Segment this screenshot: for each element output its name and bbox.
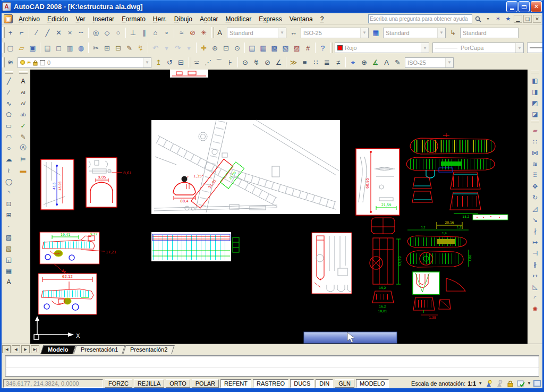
chevron-down-icon[interactable]: ▼ xyxy=(421,43,429,53)
plot-icon[interactable]: ▤ xyxy=(42,42,53,54)
break-at-point-icon[interactable]: ⊣ xyxy=(530,248,541,259)
fuselage-side-view-b[interactable]: 62,12 xyxy=(38,274,97,314)
table-style-icon[interactable]: ▦ xyxy=(370,27,381,38)
open-icon[interactable]: ▱ xyxy=(16,42,27,54)
single-line-text-icon[interactable]: AI xyxy=(18,87,29,98)
rotate-icon[interactable]: ↻ xyxy=(530,192,541,203)
dimension-text-edit-icon[interactable]: A xyxy=(381,57,392,68)
fuselage-side-view-a[interactable]: 19,41 9,12 17,21 14,88 xyxy=(40,232,116,278)
undo-icon[interactable]: ↶ xyxy=(150,42,161,54)
ordinate-dimension-icon[interactable]: ⊦ xyxy=(225,57,236,68)
dimension-update-icon[interactable]: ✎ xyxy=(392,57,403,68)
block-editor-icon[interactable]: ↯ xyxy=(135,42,146,54)
convert-text-scale-icon[interactable]: ▬ xyxy=(18,165,29,176)
multiline-text-icon[interactable]: A xyxy=(18,75,29,87)
restore-button[interactable] xyxy=(518,1,530,12)
chevron-down-icon[interactable]: ▼ xyxy=(437,28,445,38)
undo-list-arrow-icon[interactable]: ▾ xyxy=(161,42,172,54)
rectangle-icon[interactable]: ▭ xyxy=(3,120,14,131)
menu-insertar[interactable]: Insertar xyxy=(89,14,118,24)
toggle-orto[interactable]: ORTO xyxy=(166,379,190,388)
ellipse-icon[interactable]: ◯ xyxy=(3,176,14,187)
detail-panel-1[interactable]: 41,6 45,03 xyxy=(41,159,74,210)
toggle-ducs[interactable]: DUCS xyxy=(290,379,314,388)
line-icon[interactable]: ╱ xyxy=(3,75,14,87)
copy-clip-icon[interactable]: ⊞ xyxy=(101,42,113,54)
toggle-modelo[interactable]: MODELO xyxy=(356,379,389,388)
paste-icon[interactable]: ⊟ xyxy=(113,42,124,54)
baseline-dimension-icon[interactable]: ≡ xyxy=(299,57,310,68)
help-icon[interactable]: ? xyxy=(317,42,328,54)
annotation-scale-value[interactable]: 1:1 xyxy=(468,380,476,387)
designcenter-icon[interactable]: ▦ xyxy=(258,42,269,54)
construction-line-icon[interactable]: ∕ xyxy=(3,87,14,98)
spline-icon[interactable]: ≀ xyxy=(3,165,14,176)
dim-style-icon[interactable]: ↔ xyxy=(288,27,299,38)
radius-dimension-icon[interactable]: ⊙ xyxy=(240,57,251,68)
circle-icon[interactable]: ○ xyxy=(3,142,14,154)
trim-icon[interactable]: ∤ xyxy=(530,225,541,236)
make-object-layer-current-icon[interactable]: ↥ xyxy=(153,57,164,68)
extend-icon[interactable]: ↦ xyxy=(530,236,541,248)
linetype-combo[interactable]: PorCapa ▼ xyxy=(432,42,524,53)
osnap-settings-icon[interactable]: ✳ xyxy=(198,27,209,38)
search-icon[interactable] xyxy=(473,14,482,23)
jogged-dimension-icon[interactable]: ↯ xyxy=(251,57,262,68)
tab-nav-0[interactable]: |◀ xyxy=(2,345,11,353)
minimize-button[interactable] xyxy=(506,1,517,12)
color-combo[interactable]: Rojo ▼ xyxy=(335,42,429,53)
drawing-canvas[interactable]: 88,4 1,35° 51,91 21,09 xyxy=(30,70,528,344)
chevron-down-icon[interactable]: ▼ xyxy=(445,58,453,67)
stretch-icon[interactable]: ↘ xyxy=(530,214,541,225)
point-icon[interactable]: · xyxy=(3,220,14,232)
scale-text-icon[interactable]: Ⓐ xyxy=(18,142,29,154)
highlighted-selection-bar[interactable] xyxy=(304,332,397,343)
revision-cloud-icon[interactable]: ☁ xyxy=(3,154,14,165)
layer-on-bulb-icon[interactable] xyxy=(20,60,25,65)
hatch-icon[interactable]: ▨ xyxy=(3,232,14,243)
title-bar[interactable]: A AutoCAD 2008 - [K:\estructura ala.dwg]… xyxy=(0,0,544,13)
tab-nav-3[interactable]: ▶| xyxy=(31,345,39,353)
pan-realtime-icon[interactable]: ✚ xyxy=(198,42,209,54)
snap-to-endpoint-icon[interactable]: ∕ xyxy=(31,27,42,38)
dim-style-combo[interactable]: ISO-25▼ xyxy=(301,28,369,38)
menu-acotar[interactable]: Acotar xyxy=(196,14,222,24)
snap-to-extension-icon[interactable]: ┄ xyxy=(75,27,87,38)
quickcalc-icon[interactable]: # xyxy=(302,42,313,54)
dim-style-combo-2[interactable]: ISO-25▼ xyxy=(405,57,454,68)
explode-icon[interactable]: ✺ xyxy=(530,303,541,314)
sheet-set-manager-icon[interactable]: ▧ xyxy=(280,42,291,54)
help-search-input[interactable]: Escriba una pregunta para obtener ayuda xyxy=(368,14,472,23)
menu-ver[interactable]: Ver xyxy=(72,14,89,24)
send-under-objects-icon[interactable]: ◪ xyxy=(530,108,541,120)
tab-presentación2[interactable]: Presentación2 xyxy=(123,345,175,354)
tab-nav-2[interactable]: ▶ xyxy=(21,345,30,353)
search-dropdown-icon[interactable]: ▾ xyxy=(483,14,492,23)
properties-palette-icon[interactable]: ▤ xyxy=(246,42,258,54)
snap-to-intersection-icon[interactable]: ✕ xyxy=(53,27,64,38)
menu-dibujo[interactable]: Dibujo xyxy=(171,14,196,24)
rib-parts-drawings[interactable]: 15,2 20,16 3,2 1,9 1,2 xyxy=(406,133,508,319)
pod-detail-panel[interactable] xyxy=(312,233,352,294)
quick-dimension-icon[interactable]: ≫ xyxy=(288,57,299,68)
text-style-manager-icon[interactable]: ✎ xyxy=(18,131,29,142)
tab-nav-1[interactable]: ◀ xyxy=(12,345,20,353)
snap-to-midpoint-icon[interactable]: ╱ xyxy=(42,27,53,38)
toggle-rastreo[interactable]: RASTREO xyxy=(253,379,288,388)
airfoil-detail-panel[interactable]: 60,95 21,59 xyxy=(356,149,400,215)
zoom-previous-icon[interactable]: ⊙ xyxy=(232,42,243,54)
fillet-icon[interactable]: ◜ xyxy=(530,292,541,303)
menu-?[interactable]: ? xyxy=(317,14,328,24)
snap-to-apparent-intersection-icon[interactable]: × xyxy=(64,27,75,38)
command-input-line[interactable] xyxy=(5,368,539,376)
erase-icon[interactable]: ▰ xyxy=(530,125,541,136)
aligned-dimension-icon[interactable]: ⋰ xyxy=(202,57,214,68)
mleader-style-combo[interactable]: Standard xyxy=(460,28,518,38)
snap-to-perpendicular-icon[interactable]: ⊥ xyxy=(128,27,139,38)
dimension-edit-icon[interactable]: ∡ xyxy=(370,57,381,68)
make-block-icon[interactable]: ⊞ xyxy=(3,209,14,220)
toggle-forzc[interactable]: FORZC xyxy=(105,379,132,388)
layer-unlock-icon[interactable] xyxy=(32,59,38,66)
layer-combo[interactable]: ☀ 0 ▼ xyxy=(18,57,151,68)
temporary-track-point-icon[interactable]: + xyxy=(5,27,16,38)
